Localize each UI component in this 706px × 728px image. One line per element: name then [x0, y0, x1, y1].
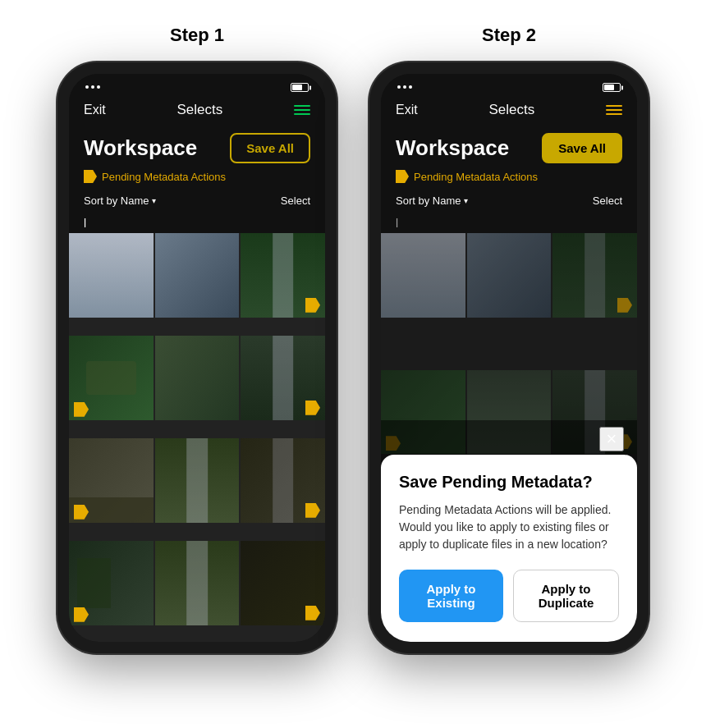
photo-cell-4[interactable]: [69, 336, 154, 420]
dialog-overlay: × Save Pending Metadata? Pending Metadat…: [381, 420, 637, 642]
dot3: [97, 85, 100, 89]
photo-cell-10[interactable]: [69, 541, 154, 625]
pending-badge-2: Pending Metadata Actions: [381, 170, 637, 190]
dot1: [85, 85, 89, 89]
select-button-1[interactable]: Select: [281, 195, 310, 207]
status-bar-1: [69, 74, 325, 95]
menu-icon-1[interactable]: [294, 105, 310, 115]
header-title-1: Selects: [176, 102, 222, 118]
phone2-screen: Exit Selects Workspace Save All: [381, 74, 637, 642]
battery-2: [603, 82, 621, 92]
save-all-button-2[interactable]: Save All: [542, 133, 622, 163]
tag-badge-7: [74, 505, 89, 520]
photo-cell-9[interactable]: [241, 438, 325, 523]
tag-badge-4: [74, 402, 89, 417]
menu-line-4: [606, 105, 622, 107]
dialog-title: Save Pending Metadata?: [399, 473, 619, 492]
apply-existing-button[interactable]: Apply to Existing: [399, 570, 503, 622]
dot5: [403, 85, 406, 89]
tag-icon-1: [84, 170, 97, 183]
apply-duplicate-button[interactable]: Apply to Duplicate: [513, 570, 619, 622]
menu-line-2: [294, 109, 310, 111]
pending-badge-1: Pending Metadata Actions: [69, 170, 325, 190]
section-label-2: l: [381, 213, 637, 233]
pending-text-1: Pending Metadata Actions: [102, 171, 226, 183]
menu-line-6: [606, 113, 622, 115]
menu-icon-2[interactable]: [606, 105, 622, 115]
select-button-2[interactable]: Select: [593, 195, 622, 207]
sort-chevron-1: ▾: [152, 196, 156, 205]
photo-cell-6[interactable]: [241, 336, 325, 420]
workspace-title-1: Workspace: [84, 135, 197, 161]
menu-line-5: [606, 109, 622, 111]
dialog-card: Save Pending Metadata? Pending Metadata …: [381, 455, 637, 642]
tag-icon-2: [396, 170, 409, 183]
dot6: [409, 85, 412, 89]
sort-bar-1: Sort by Name ▾ Select: [69, 190, 325, 213]
dot4: [397, 85, 401, 89]
pending-text-2: Pending Metadata Actions: [414, 171, 538, 183]
workspace-header-1: Workspace Save All: [69, 125, 325, 170]
workspace-title-2: Workspace: [396, 135, 509, 161]
photo-cell-1[interactable]: [69, 233, 154, 318]
phone2-frame: Exit Selects Workspace Save All: [369, 62, 649, 653]
app-header-1: Exit Selects: [69, 95, 325, 125]
photo-cell-11[interactable]: [155, 541, 240, 625]
status-dots-2: [397, 85, 412, 89]
photo-cell-12[interactable]: [241, 541, 325, 625]
header-title-2: Selects: [488, 102, 534, 118]
photo-cell-2-2: [467, 233, 552, 318]
step2-wrapper: Step 2 Exit Selects: [369, 25, 649, 653]
photo-cell-3[interactable]: [241, 233, 325, 318]
sort-chevron-2: ▾: [464, 196, 468, 205]
dot2: [91, 85, 94, 89]
step1-title: Step 1: [170, 25, 224, 46]
photo-cell-2-1: [381, 233, 465, 318]
close-btn-row: ×: [381, 420, 637, 455]
step1-wrapper: Step 1 Exit Selects: [57, 25, 337, 653]
status-bar-2: [381, 74, 637, 95]
photo-cell-2[interactable]: [155, 233, 240, 318]
tag-badge-2-3: [617, 298, 632, 313]
section-label-1: l: [69, 213, 325, 233]
sort-by-1[interactable]: Sort by Name ▾: [84, 195, 156, 207]
workspace-header-2: Workspace Save All: [381, 125, 637, 170]
exit-button-2[interactable]: Exit: [396, 103, 418, 117]
photo-cell-5[interactable]: [155, 336, 240, 420]
sort-bar-2: Sort by Name ▾ Select: [381, 190, 637, 213]
tag-badge-9: [305, 503, 320, 518]
menu-line-3: [294, 113, 310, 115]
tag-badge-6: [305, 401, 320, 415]
tag-badge-12: [305, 606, 320, 620]
app-header-2: Exit Selects: [381, 95, 637, 125]
exit-button-1[interactable]: Exit: [84, 103, 106, 117]
step2-title: Step 2: [482, 25, 536, 46]
save-all-button-1[interactable]: Save All: [230, 133, 310, 163]
photo-cell-2-3: [552, 233, 637, 318]
photo-cell-7[interactable]: [69, 438, 154, 523]
photo-grid-1: [69, 233, 325, 642]
tag-badge-10: [74, 607, 89, 622]
sort-by-2[interactable]: Sort by Name ▾: [396, 195, 468, 207]
battery-1: [291, 82, 309, 92]
close-button[interactable]: ×: [599, 427, 624, 451]
dialog-body: Pending Metadata Actions will be applied…: [399, 501, 619, 553]
phone1-screen: Exit Selects Workspace Save All: [69, 74, 325, 642]
tag-badge-3: [305, 298, 320, 313]
photo-cell-8[interactable]: [155, 438, 240, 523]
menu-line-1: [294, 105, 310, 107]
phone1-frame: Exit Selects Workspace Save All: [57, 62, 337, 653]
status-dots-1: [85, 85, 100, 89]
dialog-buttons: Apply to Existing Apply to Duplicate: [399, 570, 619, 622]
